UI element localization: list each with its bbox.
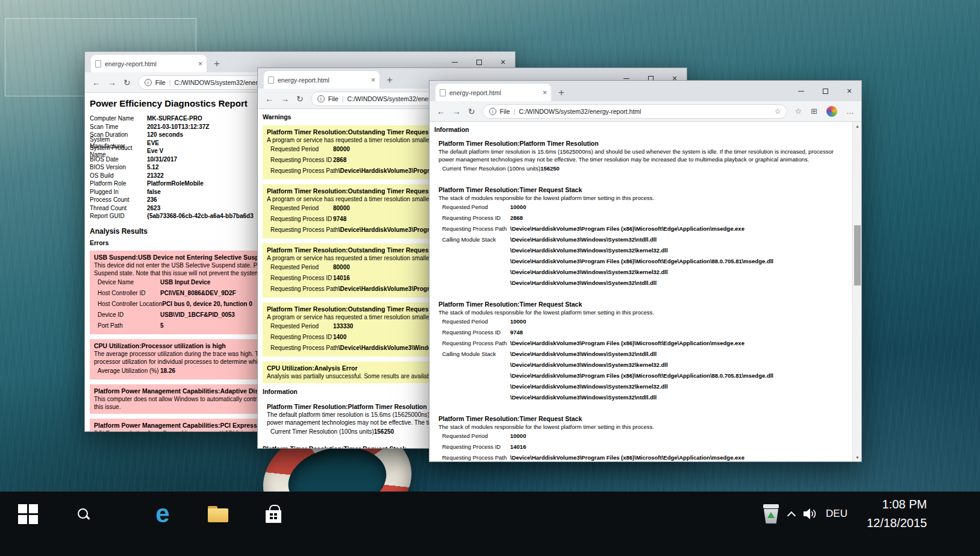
field-value: USB Input Device: [160, 277, 210, 288]
taskbar-clock[interactable]: 1:08 PM 12/18/2015: [856, 495, 927, 533]
field-value: 14016: [510, 442, 526, 452]
back-button[interactable]: ←: [92, 78, 101, 87]
recycle-bin-lid: [763, 504, 779, 508]
url-text: C:/WINDOWS/system32/energy-report.html: [519, 108, 641, 115]
refresh-button[interactable]: ↻: [123, 78, 131, 87]
show-hidden-icons-chevron[interactable]: [787, 511, 796, 519]
field-label: [439, 267, 510, 278]
field-value: 1400: [333, 332, 346, 343]
information-heading: Information: [434, 126, 848, 133]
forward-button[interactable]: →: [108, 78, 116, 87]
information-block: Platform Timer Resolution:Timer Request …: [434, 183, 848, 292]
field-value: 10000: [510, 431, 526, 442]
tab-close-icon[interactable]: ×: [371, 76, 375, 84]
field-label: Requesting Process ID: [267, 273, 333, 284]
maximize-button[interactable]: [813, 81, 837, 101]
field-value: \Device\HarddiskVolume3\Program Files (x…: [510, 338, 744, 349]
refresh-button[interactable]: ↻: [468, 107, 475, 116]
field-label: [439, 392, 510, 403]
information-block-header: Platform Timer Resolution:Timer Request …: [439, 415, 844, 423]
field-row: Calling Module Stack \Device\HarddiskVol…: [439, 349, 844, 360]
field-label: [439, 381, 510, 392]
forward-button[interactable]: →: [281, 95, 289, 103]
url-scheme: File: [500, 108, 510, 115]
field-value: 156250: [540, 163, 560, 174]
field-value: \Device\HarddiskVolume3\Program Files (x…: [510, 223, 744, 234]
info-value: 21322: [147, 172, 164, 179]
description-text: The stack of modules responsible for the…: [439, 423, 654, 430]
info-value: 5.12: [147, 164, 158, 170]
close-button[interactable]: ×: [837, 81, 861, 101]
settings-menu-icon[interactable]: …: [846, 107, 854, 116]
description-text: The default platform timer resolution is…: [439, 148, 834, 155]
favorites-icon[interactable]: ☆: [794, 107, 802, 116]
field-value: 2868: [510, 213, 523, 223]
scroll-down-icon[interactable]: ▼: [853, 453, 861, 461]
field-row: Requesting Process ID 14016: [439, 442, 844, 452]
information-block-header: Platform Timer Resolution:Platform Timer…: [439, 140, 844, 148]
add-favorite-icon[interactable]: ☆: [775, 107, 781, 116]
navigation-toolbar: ← → ↻ i File | C:/WINDOWS/system32/energ…: [429, 101, 861, 122]
start-button[interactable]: [13, 499, 42, 528]
tab-close-icon[interactable]: ×: [198, 60, 202, 68]
new-tab-button[interactable]: +: [214, 58, 220, 69]
field-label: Current Timer Resolution (100ns units): [267, 426, 374, 437]
recycle-bin-icon[interactable]: [762, 504, 780, 523]
field-label: Requesting Process Path: [267, 284, 339, 295]
volume-icon[interactable]: [803, 508, 817, 520]
field-row: \Device\HarddiskVolume3\Windows\System32…: [439, 360, 844, 370]
system-tray: DEU 1:08 PM 12/18/2015: [762, 495, 980, 533]
forward-button[interactable]: →: [452, 107, 461, 116]
file-explorer-button[interactable]: [204, 499, 233, 528]
field-value: \Device\HarddiskVolume3\Windows\System32…: [510, 267, 668, 278]
edge-icon: e: [155, 501, 169, 526]
field-label: Requesting Process ID: [267, 214, 333, 225]
maximize-icon: [823, 89, 828, 94]
browser-tab[interactable]: energy-report.html ×: [91, 55, 207, 72]
field-label: [439, 278, 510, 289]
field-row: Requesting Process ID 2868: [439, 213, 844, 223]
tab-close-icon[interactable]: ×: [543, 89, 547, 97]
edge-taskbar-button[interactable]: e: [148, 499, 177, 528]
field-value: 9748: [333, 214, 346, 225]
field-row: Requesting Process Path \Device\Harddisk…: [439, 338, 844, 349]
profile-avatar[interactable]: [826, 106, 837, 117]
field-label: Requested Period: [267, 321, 333, 332]
description-text: this issue.: [94, 404, 120, 410]
tab-bar: energy-report.html × + ×: [429, 81, 861, 101]
browser-window-front: energy-report.html × + × ← → ↻ i File | …: [429, 80, 862, 462]
field-value: \Device\HarddiskVolume3\Program Files (x…: [510, 370, 773, 381]
back-button[interactable]: ←: [265, 95, 273, 103]
browser-tab[interactable]: energy-report.html ×: [264, 71, 379, 89]
vertical-scrollbar[interactable]: ▲ ▼: [852, 122, 861, 461]
browser-tab[interactable]: energy-report.html ×: [435, 84, 551, 101]
url-scheme: File: [328, 95, 339, 102]
refresh-button[interactable]: ↻: [296, 95, 304, 103]
collections-icon[interactable]: ⊞: [811, 107, 817, 116]
store-button[interactable]: [259, 499, 288, 528]
information-description-line: The stack of modules responsible for the…: [439, 423, 844, 431]
field-label: [439, 370, 510, 381]
field-value: \Device\HarddiskVolume3\Windows\System32…: [510, 234, 657, 245]
minimize-button[interactable]: [789, 81, 813, 101]
field-value: 14016: [333, 273, 350, 284]
field-row: Requested Period 10000: [439, 202, 844, 213]
field-value: 80000: [333, 203, 350, 214]
new-tab-button[interactable]: +: [387, 75, 393, 85]
field-label: Host Controller Location: [94, 299, 162, 310]
scroll-up-icon[interactable]: ▲: [853, 122, 861, 130]
language-indicator[interactable]: DEU: [826, 508, 847, 520]
file-info-icon: i: [145, 79, 152, 86]
field-value: \Device\HarddiskVolume3\Windows\System32…: [510, 381, 668, 392]
new-tab-button[interactable]: +: [558, 87, 564, 98]
field-label: Host Controller ID: [94, 288, 160, 299]
field-label: Requested Period: [439, 316, 510, 327]
address-bar[interactable]: i File | C:/WINDOWS/system32/energy-repo…: [482, 104, 788, 119]
field-label: Requesting Process Path: [439, 223, 510, 234]
scrollbar-thumb[interactable]: [854, 225, 861, 286]
field-value: 80000: [333, 262, 350, 273]
back-button[interactable]: ←: [437, 107, 445, 116]
search-button[interactable]: [69, 499, 98, 528]
information-blocks: Platform Timer Resolution:Platform Timer…: [434, 137, 848, 461]
field-row: \Device\HarddiskVolume3\Windows\System32…: [439, 278, 844, 289]
